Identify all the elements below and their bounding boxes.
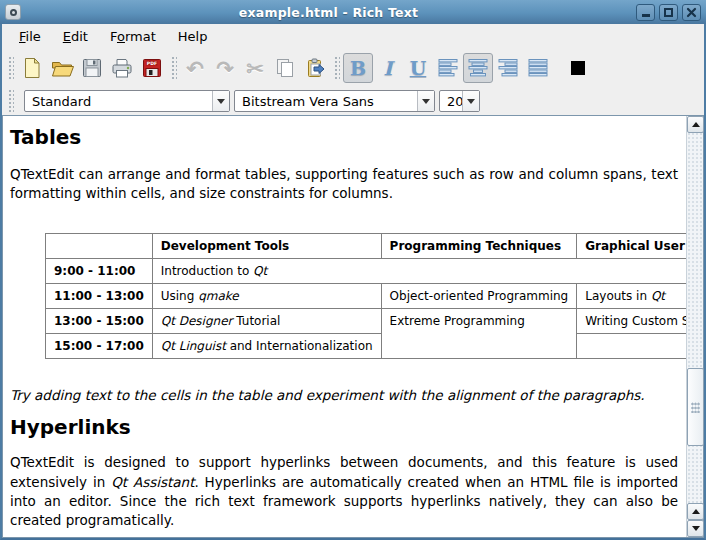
minimize-icon <box>642 14 650 17</box>
heading-hyperlinks: Hyperlinks <box>10 415 678 439</box>
scroll-up-button[interactable] <box>687 116 704 133</box>
scrollbar-grip-icon <box>691 402 700 413</box>
align-justify-button[interactable] <box>523 53 553 83</box>
tables-paragraph: QTextEdit can arrange and format tables,… <box>10 165 678 203</box>
close-icon <box>686 7 697 18</box>
time-cell: 11:00 - 13:00 <box>46 284 153 309</box>
open-file-button[interactable] <box>47 53 77 83</box>
time-cell: 15:00 - 17:00 <box>46 334 153 359</box>
align-center-button[interactable] <box>463 53 493 83</box>
dropdown-arrow-icon[interactable] <box>417 91 434 111</box>
paste-icon <box>303 56 327 80</box>
font-size-value: 20 <box>440 94 462 109</box>
align-center-icon <box>466 56 490 80</box>
rich-text-editor[interactable]: Tables QTextEdit can arrange and format … <box>3 116 686 537</box>
intro-cell: Introduction to Qt <box>152 259 686 284</box>
document-frame: Tables QTextEdit can arrange and format … <box>2 115 704 538</box>
table-row: 9:00 - 11:00 Introduction to Qt <box>46 259 687 284</box>
align-left-button[interactable] <box>433 53 463 83</box>
cut-icon: ✂ <box>246 58 264 79</box>
hyperlinks-paragraph: QTextEdit is designed to support hyperli… <box>10 453 678 530</box>
minimize-button[interactable] <box>636 4 655 21</box>
table-cell-empty <box>577 334 686 359</box>
font-family-value: Bitstream Vera Sans <box>235 94 417 109</box>
table-cell: Qt Designer Tutorial <box>152 309 381 334</box>
arrow-down-icon <box>692 526 700 531</box>
align-right-icon <box>496 56 520 80</box>
align-left-icon <box>436 56 460 80</box>
titlebar[interactable]: example.html - Rich Text <box>0 0 706 24</box>
print-button[interactable] <box>107 53 137 83</box>
text-color-swatch <box>571 61 585 75</box>
arrow-up-icon <box>692 509 700 514</box>
window-controls <box>636 4 701 21</box>
new-document-button[interactable] <box>17 53 47 83</box>
header-cell-empty <box>46 234 153 259</box>
header-cell-graphical-user-interfaces: Graphical User Interfaces <box>577 234 686 259</box>
scrollbar-thumb[interactable] <box>687 368 704 446</box>
scroll-down-button[interactable] <box>687 520 704 537</box>
cut-button[interactable]: ✂ <box>240 53 270 83</box>
app-menu-button[interactable] <box>5 4 21 20</box>
align-right-button[interactable] <box>493 53 523 83</box>
close-button[interactable] <box>682 4 701 21</box>
table-cell: Extreme Programming <box>381 309 577 359</box>
main-toolbar: PDF ↶ ↷ ✂ <box>2 49 704 87</box>
menu-format[interactable]: Format <box>99 26 167 47</box>
vertical-scrollbar[interactable] <box>686 116 703 537</box>
font-family-combobox[interactable]: Bitstream Vera Sans <box>234 90 435 112</box>
underline-button[interactable]: U <box>403 53 433 83</box>
menu-help[interactable]: Help <box>167 26 219 47</box>
table-header-row: Development Tools Programming Techniques… <box>46 234 687 259</box>
table-row: 11:00 - 13:00 Using qmake Object-oriente… <box>46 284 687 309</box>
export-pdf-button[interactable]: PDF <box>137 53 167 83</box>
copy-button[interactable] <box>270 53 300 83</box>
schedule-table: Development Tools Programming Techniques… <box>45 233 686 359</box>
font-size-combobox[interactable]: 20 <box>439 90 480 112</box>
redo-icon: ↷ <box>216 58 234 79</box>
redo-button[interactable]: ↷ <box>210 53 240 83</box>
table-row: 13:00 - 15:00 Qt Designer Tutorial Extre… <box>46 309 687 334</box>
italic-icon: I <box>384 59 393 78</box>
underline-icon: U <box>410 59 427 78</box>
dropdown-arrow-icon[interactable] <box>462 91 479 111</box>
header-cell-programming-techniques: Programming Techniques <box>381 234 577 259</box>
paragraph-style-combobox[interactable]: Standard <box>24 90 230 112</box>
table-cell: Object-oriented Programming <box>381 284 577 309</box>
undo-icon: ↶ <box>186 58 204 79</box>
menubar: File Edit Format Help <box>2 24 704 49</box>
arrow-up-icon <box>692 122 700 127</box>
format-toolbar: Standard Bitstream Vera Sans 20 <box>2 87 704 115</box>
italic-button[interactable]: I <box>373 53 403 83</box>
time-cell: 13:00 - 15:00 <box>46 309 153 334</box>
toolbar-drag-handle[interactable] <box>333 55 340 81</box>
scroll-up-button-bottom[interactable] <box>687 503 704 520</box>
menu-file[interactable]: File <box>8 26 52 47</box>
text-color-button[interactable] <box>563 53 593 83</box>
toolbar-drag-handle[interactable] <box>170 55 177 81</box>
printer-icon <box>110 56 134 80</box>
table-cell: Using qmake <box>152 284 381 309</box>
copy-icon <box>273 56 297 80</box>
table-row: 15:00 - 17:00 Qt Linguist and Internatio… <box>46 334 687 359</box>
toolbar-drag-handle[interactable] <box>7 55 14 81</box>
paste-button[interactable] <box>300 53 330 83</box>
note-paragraph: Try adding text to the cells in the tabl… <box>10 386 678 405</box>
save-button[interactable] <box>77 53 107 83</box>
table-cell: Layouts in Qt <box>577 284 686 309</box>
dropdown-arrow-icon[interactable] <box>212 91 229 111</box>
new-document-icon <box>20 56 44 80</box>
table-cell: Qt Linguist and Internationalization <box>152 334 381 359</box>
undo-button[interactable]: ↶ <box>180 53 210 83</box>
bold-button[interactable]: B <box>343 53 373 83</box>
menu-edit[interactable]: Edit <box>52 26 99 47</box>
window-title: example.html - Rich Text <box>21 5 636 20</box>
app-window: example.html - Rich Text File Edit Forma… <box>0 0 706 540</box>
maximize-icon <box>664 8 673 17</box>
toolbar-drag-handle[interactable] <box>7 88 14 114</box>
time-cell: 9:00 - 11:00 <box>46 259 153 284</box>
maximize-button[interactable] <box>659 4 678 21</box>
header-cell-development-tools: Development Tools <box>152 234 381 259</box>
table-cell: Writing Custom Styles <box>577 309 686 334</box>
save-floppy-icon <box>80 56 104 80</box>
